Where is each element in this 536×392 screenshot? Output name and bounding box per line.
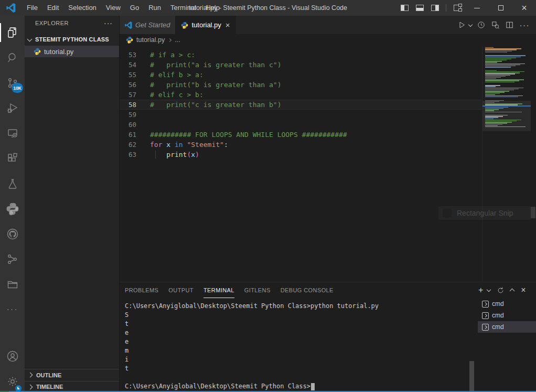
line-number: 59 bbox=[120, 110, 136, 120]
menu-selection[interactable]: Selection bbox=[63, 4, 101, 12]
terminal-line: e bbox=[125, 329, 466, 337]
code-line-53[interactable]: 53# if a > c: bbox=[120, 50, 482, 60]
tab-label: Get Started bbox=[135, 21, 170, 29]
settings-gear-icon[interactable] bbox=[0, 371, 25, 392]
editor-vertical-scrollbar[interactable] bbox=[531, 207, 535, 218]
line-number: 63 bbox=[120, 150, 136, 160]
remote-explorer-icon[interactable] bbox=[0, 123, 25, 144]
code-line-61[interactable]: 61########## FOR LOOPS AND WHILE LOOPS #… bbox=[120, 130, 482, 140]
token-str: "Steemit" bbox=[187, 141, 223, 149]
maximize-panel-chevron-icon[interactable] bbox=[510, 288, 515, 293]
code-line-59[interactable]: 59 bbox=[120, 110, 482, 120]
code-editor[interactable]: 53# if a > c:54# print("a is greater tha… bbox=[120, 46, 536, 282]
run-python-file-icon[interactable] bbox=[457, 20, 466, 29]
tab-tutorial-py[interactable]: tutorial.py × bbox=[176, 16, 235, 34]
source-control-badge: 10K bbox=[12, 83, 23, 93]
panel-tab-gitlens[interactable]: GITLENS bbox=[244, 282, 271, 298]
python-icon[interactable] bbox=[0, 198, 25, 219]
more-actions-icon[interactable]: ··· bbox=[0, 299, 25, 320]
menu-file[interactable]: File bbox=[22, 4, 42, 12]
run-and-debug-icon[interactable] bbox=[0, 98, 25, 119]
timeline-label: TIMELINE bbox=[36, 384, 63, 390]
breadcrumb[interactable]: tutorial.py ... bbox=[120, 34, 536, 46]
timeline-section[interactable]: TIMELINE bbox=[25, 381, 119, 392]
bottom-panel: PROBLEMSOUTPUTTERMINALGITLENSDEBUG CONSO… bbox=[120, 282, 536, 392]
accounts-icon[interactable] bbox=[0, 346, 25, 367]
terminal-line: C:\Users\Anyiglobal\Desktop\Steemit Pyth… bbox=[125, 382, 466, 391]
terminal-dropdown-chevron-icon[interactable] bbox=[487, 288, 491, 292]
run-dropdown-chevron-icon[interactable] bbox=[468, 22, 472, 26]
panel-actions: + × bbox=[475, 282, 529, 298]
panel-tab-output[interactable]: OUTPUT bbox=[168, 282, 194, 298]
terminal-cursor bbox=[311, 383, 315, 390]
vscode-logo-icon bbox=[6, 3, 16, 13]
toggle-secondary-sidebar-icon[interactable] bbox=[431, 5, 439, 11]
terminal-list-item-2[interactable]: cmd bbox=[478, 310, 536, 321]
panel-tab-terminal[interactable]: TERMINAL bbox=[203, 282, 234, 298]
tab-get-started[interactable]: Get Started bbox=[120, 16, 176, 34]
outline-section[interactable]: OUTLINE bbox=[25, 369, 119, 380]
code-line-54[interactable]: 54# print("a is greater than c") bbox=[120, 60, 482, 70]
open-changes-icon[interactable] bbox=[491, 20, 500, 29]
minimize-button[interactable] bbox=[465, 0, 489, 16]
more-actions-icon[interactable]: ··· bbox=[520, 20, 530, 29]
explorer-more-actions-icon[interactable]: ··· bbox=[104, 19, 113, 27]
window-controls: × bbox=[397, 0, 536, 16]
panel-tab-problems[interactable]: PROBLEMS bbox=[125, 282, 158, 298]
source-control-icon[interactable]: 10K bbox=[0, 72, 25, 93]
close-button[interactable]: × bbox=[512, 0, 536, 16]
code-line-60[interactable]: 60 bbox=[120, 120, 482, 130]
testing-icon[interactable] bbox=[0, 173, 25, 194]
code-line-63[interactable]: 63 print(x) bbox=[120, 150, 482, 160]
explorer-icon[interactable] bbox=[0, 22, 25, 43]
panel-tab-debug-console[interactable]: DEBUG CONSOLE bbox=[281, 282, 334, 298]
breadcrumb-file[interactable]: tutorial.py bbox=[136, 36, 165, 44]
project-manager-icon[interactable] bbox=[0, 274, 25, 295]
search-icon[interactable] bbox=[0, 47, 25, 68]
github-icon[interactable] bbox=[0, 224, 25, 245]
code-line-62[interactable]: 62for x in "Steemit": bbox=[120, 140, 482, 150]
code-line-58[interactable]: 58# print("c is greater than b") bbox=[120, 100, 482, 110]
code-line-56[interactable]: 56# print("b is greater than a") bbox=[120, 80, 482, 90]
code-line-57[interactable]: 57# elif c > b: bbox=[120, 90, 482, 100]
token-var: x bbox=[166, 141, 170, 149]
panel-tab-bar: PROBLEMSOUTPUTTERMINALGITLENSDEBUG CONSO… bbox=[125, 282, 344, 298]
close-panel-icon[interactable]: × bbox=[521, 286, 526, 294]
terminal-line: t bbox=[125, 364, 466, 373]
file-tree-item-tutorial[interactable]: tutorial.py bbox=[25, 46, 119, 57]
snip-icon bbox=[443, 209, 452, 218]
token-comment: # elif c > b: bbox=[150, 91, 203, 99]
snip-label: Rectangular Snip bbox=[457, 209, 513, 217]
view-history-icon[interactable] bbox=[477, 20, 486, 29]
customize-layout-icon[interactable] bbox=[454, 5, 461, 11]
menu-view[interactable]: View bbox=[101, 4, 125, 12]
toggle-panel-icon[interactable] bbox=[416, 5, 424, 11]
code-line-55[interactable]: 55# elif b > a: bbox=[120, 70, 482, 80]
new-terminal-icon[interactable]: + bbox=[478, 286, 483, 294]
toggle-sidebar-icon[interactable] bbox=[401, 5, 409, 11]
split-editor-icon[interactable] bbox=[505, 20, 514, 29]
chevron-right-icon bbox=[28, 373, 33, 378]
restart-terminal-icon[interactable] bbox=[497, 287, 505, 294]
menu-run[interactable]: Run bbox=[144, 4, 166, 12]
chevron-down-icon bbox=[27, 36, 33, 41]
terminal-scrollbar[interactable] bbox=[469, 361, 474, 392]
token-fn: print bbox=[166, 151, 187, 158]
maximize-button[interactable] bbox=[489, 0, 512, 16]
extensions-icon[interactable] bbox=[0, 148, 25, 169]
terminal-list-item-1[interactable]: cmd bbox=[478, 298, 536, 310]
breadcrumb-separator-icon bbox=[168, 38, 171, 41]
line-number: 58 bbox=[120, 100, 136, 110]
project-folder-row[interactable]: STEEMIT PYTHON CLASS bbox=[25, 34, 119, 45]
git-graph-icon[interactable] bbox=[0, 249, 25, 270]
tab-close-icon[interactable]: × bbox=[226, 20, 230, 29]
breadcrumb-more[interactable]: ... bbox=[175, 36, 180, 44]
terminal-output[interactable]: C:\Users\Anyiglobal\Desktop\Steemit Pyth… bbox=[125, 302, 466, 391]
token-pl: : bbox=[224, 141, 228, 149]
terminal-line: t bbox=[125, 320, 466, 329]
minimap[interactable] bbox=[482, 46, 530, 282]
menu-go[interactable]: Go bbox=[125, 4, 144, 12]
menu-edit[interactable]: Edit bbox=[42, 4, 63, 12]
terminal-list-item-3[interactable]: cmd bbox=[478, 321, 536, 333]
rectangular-snip-ghost: Rectangular Snip bbox=[438, 206, 531, 220]
